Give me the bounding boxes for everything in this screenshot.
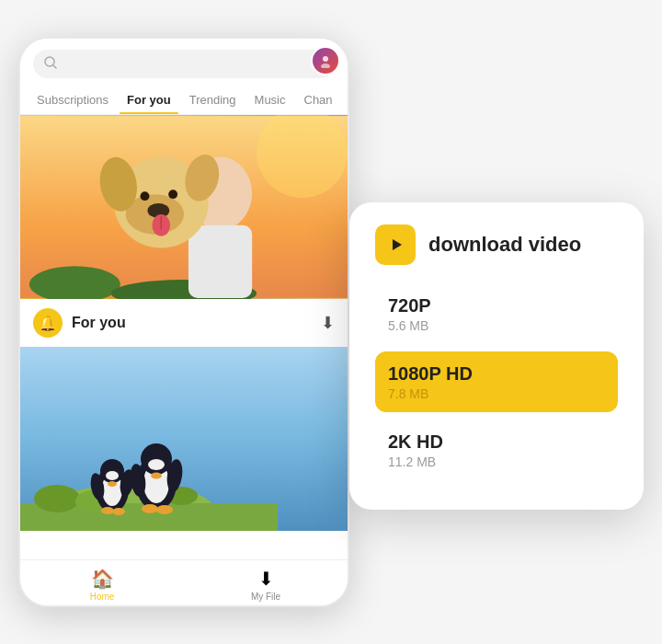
download-card-title: download video [428,233,581,257]
section-icon: 🔔 [33,308,63,338]
quality-size-720p: 5.6 MB [388,318,605,333]
quality-option-1080p[interactable]: 1080P HD 7.8 MB [375,351,618,412]
svg-point-2 [323,56,328,62]
bell-icon: 🔔 [39,315,57,332]
section-header: 🔔 For you ⬇ [20,299,348,347]
svg-point-39 [151,473,162,479]
svg-point-29 [106,471,119,480]
download-card: download video 720P 5.6 MB 1080P HD 7.8 … [349,202,644,510]
quality-label-2k: 2K HD [388,431,605,453]
svg-point-3 [321,63,330,68]
svg-point-14 [141,191,150,201]
quality-label-720p: 720P [388,294,605,316]
svg-point-43 [156,505,173,514]
bottom-nav: 🏠 Home ⬇ My File [20,559,348,605]
quality-size-2k: 11.2 MB [388,454,605,469]
nav-tabs: Subscriptions For you Trending Music Cha… [20,86,348,115]
quality-option-720p[interactable]: 720P 5.6 MB [375,283,618,344]
avatar[interactable] [311,46,340,75]
second-image [20,347,348,559]
myfile-label: My File [251,592,280,602]
svg-point-23 [34,485,80,512]
tab-music[interactable]: Music [247,86,293,114]
search-icon [44,56,57,72]
myfile-icon: ⬇ [258,568,274,590]
svg-point-33 [101,507,114,514]
phone: Subscriptions For you Trending Music Cha… [18,37,349,607]
home-icon: 🏠 [91,568,114,590]
tab-subscriptions[interactable]: Subscriptions [29,86,116,114]
section-title: For you [72,315,312,331]
search-input-wrap[interactable] [33,50,335,78]
tab-for-you[interactable]: For you [120,86,178,114]
download-icon[interactable]: ⬇ [321,313,335,333]
tab-chan[interactable]: Chan [297,86,340,114]
svg-line-1 [53,65,56,68]
quality-option-2k[interactable]: 2K HD 11.2 MB [375,420,618,480]
hero-image [20,115,348,299]
avatar-wrap [311,46,340,75]
play-icon-box [375,224,416,265]
quality-size-1080p: 7.8 MB [388,386,605,401]
svg-point-30 [108,481,117,487]
bottom-nav-home[interactable]: 🏠 Home [20,568,184,602]
home-label: Home [90,592,115,602]
search-bar [20,39,348,86]
bottom-nav-myfile[interactable]: ⬇ My File [184,568,348,602]
svg-point-15 [168,190,177,199]
quality-label-1080p: 1080P HD [388,362,605,385]
svg-rect-8 [188,225,252,298]
svg-point-42 [142,504,158,513]
tab-trending[interactable]: Trending [182,86,244,114]
download-card-header: download video [375,224,618,265]
play-icon [385,235,405,255]
scene: Subscriptions For you Trending Music Cha… [18,18,644,626]
svg-point-34 [112,508,125,515]
svg-point-38 [148,459,165,470]
